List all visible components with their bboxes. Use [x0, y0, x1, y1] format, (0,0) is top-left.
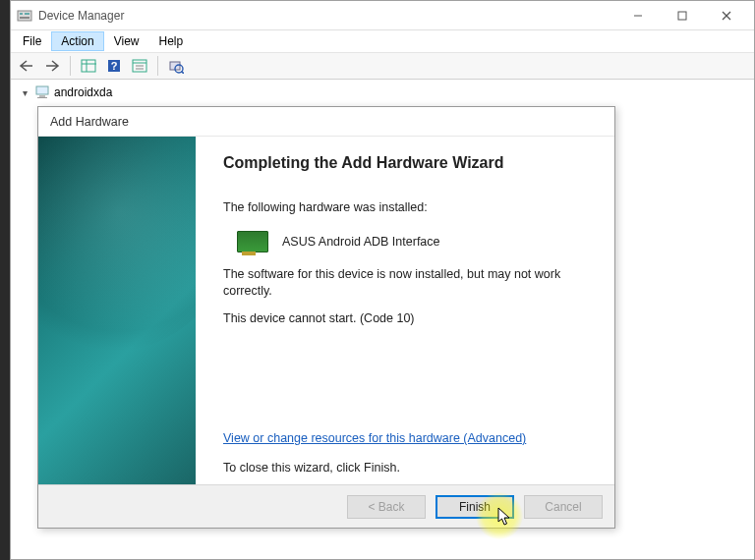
wizard-heading: Completing the Add Hardware Wizard	[223, 154, 585, 172]
tree-root-label: androidxda	[54, 85, 112, 99]
maximize-button[interactable]	[660, 2, 704, 29]
wizard-side-panel	[38, 137, 196, 484]
wizard-content: Completing the Add Hardware Wizard The f…	[196, 137, 614, 484]
svg-rect-8	[82, 60, 95, 72]
finish-button[interactable]: Finish	[436, 495, 514, 519]
device-card-icon	[237, 231, 268, 252]
svg-rect-0	[18, 11, 31, 21]
svg-rect-5	[678, 12, 686, 20]
back-icon[interactable]	[15, 54, 38, 78]
show-hide-tree-icon[interactable]	[77, 54, 100, 78]
menu-view[interactable]: View	[104, 31, 149, 51]
toolbar-separator	[157, 56, 158, 76]
menu-action[interactable]: Action	[51, 31, 103, 51]
menu-help[interactable]: Help	[149, 31, 194, 51]
computer-icon	[34, 84, 50, 100]
svg-line-19	[182, 72, 185, 75]
svg-rect-20	[36, 86, 48, 94]
wizard-button-bar: < Back Finish Cancel	[38, 484, 614, 528]
svg-rect-3	[20, 17, 29, 19]
svg-rect-22	[37, 97, 47, 98]
wizard-body: Completing the Add Hardware Wizard The f…	[38, 137, 614, 484]
help-icon[interactable]: ?	[102, 54, 126, 78]
window-title: Device Manager	[38, 9, 615, 23]
title-bar: Device Manager	[11, 1, 754, 30]
status-text-2: This device cannot start. (Code 10)	[223, 310, 585, 328]
device-name: ASUS Android ADB Interface	[282, 235, 440, 249]
svg-rect-1	[20, 13, 23, 15]
app-icon	[17, 8, 32, 24]
add-hardware-wizard: Add Hardware Completing the Add Hardware…	[37, 106, 615, 529]
expand-icon[interactable]: ▾	[19, 87, 30, 98]
svg-text:?: ?	[111, 60, 118, 72]
svg-rect-21	[39, 95, 45, 97]
tree-root-row[interactable]: ▾ androidxda	[11, 84, 754, 101]
close-hint: To close this wizard, click Finish.	[223, 461, 585, 475]
advanced-resources-link[interactable]: View or change resources for this hardwa…	[223, 431, 585, 445]
status-text-1: The software for this device is now inst…	[223, 266, 585, 301]
cancel-button: Cancel	[524, 495, 603, 519]
installed-label: The following hardware was installed:	[223, 199, 585, 217]
properties-icon[interactable]	[128, 54, 151, 78]
menu-bar: File Action View Help	[11, 30, 754, 52]
window-controls	[615, 2, 748, 29]
menu-file[interactable]: File	[13, 31, 51, 51]
toolbar-separator	[70, 56, 71, 76]
hardware-row: ASUS Android ADB Interface	[223, 227, 585, 266]
wizard-title: Add Hardware	[38, 107, 614, 137]
scan-hardware-icon[interactable]	[164, 54, 188, 78]
close-button[interactable]	[704, 2, 748, 29]
back-button: < Back	[347, 495, 426, 519]
minimize-button[interactable]	[615, 2, 660, 29]
toolbar: ?	[11, 52, 754, 80]
svg-rect-2	[25, 13, 29, 15]
forward-icon[interactable]	[40, 54, 64, 78]
